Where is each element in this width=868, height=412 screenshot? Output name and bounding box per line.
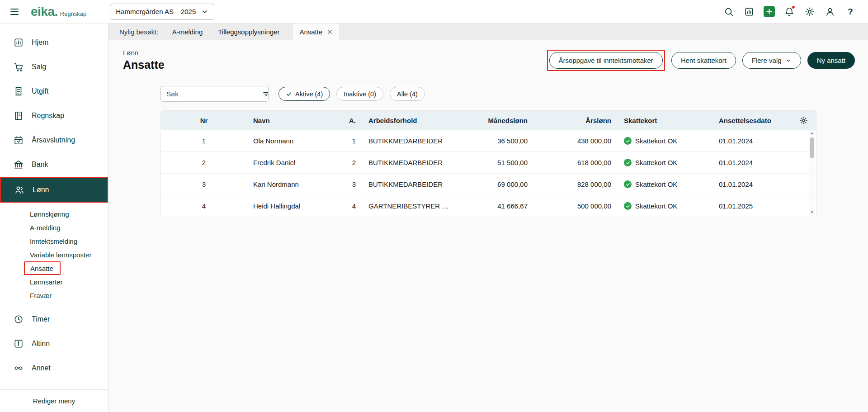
table-row[interactable]: 1 Ola Normann 1 BUTIKKMEDARBEIDER 36 500… — [161, 130, 816, 152]
body-row: Hjem Salg Utgift — [0, 24, 868, 412]
sidebar-item-timer[interactable]: Timer — [0, 308, 108, 331]
submenu-label: Variable lønnsposter — [30, 251, 91, 259]
hamburger-menu-icon[interactable] — [9, 6, 21, 18]
submenu-item-ansatte[interactable]: Ansatte — [24, 261, 61, 275]
hent-skattekort-button[interactable]: Hent skattekort — [671, 52, 736, 69]
table-settings-gear-icon[interactable] — [791, 116, 816, 125]
submenu-item-lonnsarter[interactable]: Lønnsarter — [0, 275, 108, 289]
column-header-nr[interactable]: Nr — [161, 117, 247, 124]
sidebar-item-salg[interactable]: Salg — [0, 55, 108, 79]
page-actions: Årsoppgave til inntektsmottaker Hent ska… — [547, 50, 855, 71]
dashboard-icon[interactable] — [743, 6, 755, 18]
cell-navn: Ola Normann — [247, 137, 342, 145]
arsoppgave-button[interactable]: Årsoppgave til inntektsmottaker — [549, 52, 663, 69]
company-year: 2025 — [181, 8, 196, 15]
topbar-left: eika. Regnskap Hammergården AS 2025 — [9, 4, 214, 20]
submenu-item-lonnskjoring[interactable]: Lønnskjøring — [0, 207, 108, 221]
pill-inaktive[interactable]: Inaktive (0) — [336, 87, 383, 101]
table-row[interactable]: 2 Fredrik Daniel 2 BUTIKKMEDARBEIDER 51 … — [161, 152, 816, 173]
notification-badge — [792, 5, 795, 9]
cell-arbeidsforhold: BUTIKKMEDARBEIDER — [362, 159, 457, 166]
status-filter-pills: Aktive (4) Inaktive (0) Alle (4) — [278, 87, 425, 101]
sidebar-item-bank[interactable]: Bank — [0, 153, 108, 176]
scroll-down-icon[interactable]: ▼ — [809, 209, 815, 216]
work-area: Aktive (4) Inaktive (0) Alle (4) Nr Navn — [160, 86, 816, 217]
company-name: Hammergården AS — [116, 8, 174, 15]
scroll-up-icon[interactable]: ▲ — [809, 130, 815, 137]
sidebar-item-altinn[interactable]: Altinn — [0, 332, 108, 355]
cell-ansettelsesdato: 01.01.2024 — [712, 137, 791, 145]
flere-valg-button[interactable]: Flere valg — [742, 52, 801, 69]
recent-label: Nylig besøkt: — [119, 28, 159, 36]
cell-manedslonn: 36 500,00 — [457, 137, 534, 145]
pill-label: Inaktive (0) — [344, 90, 376, 98]
submenu-item-fravaer[interactable]: Fravær — [0, 289, 108, 302]
settings-gear-icon[interactable] — [804, 6, 816, 18]
pill-alle[interactable]: Alle (4) — [390, 87, 425, 101]
bank-building-icon — [14, 160, 24, 170]
table-row[interactable]: 3 Kari Nordmann 3 BUTIKKMEDARBEIDER 69 0… — [161, 173, 816, 195]
column-header-manedslonn[interactable]: Månedslønn — [457, 117, 534, 124]
cell-skattekort: Skattekort OK — [618, 180, 712, 188]
page-title-block: Lønn Ansatte — [123, 49, 165, 71]
search-input[interactable] — [161, 86, 262, 101]
column-header-skattekort[interactable]: Skattekort — [618, 117, 712, 124]
brand-suffix: Regnskap — [60, 10, 87, 17]
sidebar-item-label: Hjem — [32, 38, 48, 47]
submenu-item-inntektsmelding[interactable]: Inntektsmelding — [0, 234, 108, 248]
page-header: Lønn Ansatte Årsoppgave til inntektsmott… — [108, 40, 868, 71]
tab-a-melding[interactable]: A-melding — [170, 28, 205, 36]
chevron-down-icon — [201, 8, 208, 15]
sidebar-item-label: Lønn — [33, 186, 49, 194]
edit-menu-link[interactable]: Rediger meny — [0, 389, 108, 412]
cell-a: 2 — [342, 159, 362, 166]
tab-close-icon[interactable]: ✕ — [327, 28, 333, 35]
lonn-submenu: Lønnskjøring A-melding Inntektsmelding V… — [0, 204, 108, 307]
cell-skattekort: Skattekort OK — [618, 137, 712, 145]
search-icon[interactable] — [723, 6, 735, 18]
topbar-right: ? — [723, 6, 856, 18]
company-selector[interactable]: Hammergården AS 2025 — [110, 4, 214, 20]
tab-tilleggsopplysninger[interactable]: Tilleggsopplysninger — [216, 28, 281, 36]
filter-icon[interactable] — [262, 86, 269, 101]
cell-arslonn: 828 000,00 — [534, 180, 618, 188]
column-header-arbeidsforhold[interactable]: Arbeidsforhold — [362, 117, 457, 124]
cell-ansettelsesdato: 01.01.2024 — [712, 180, 791, 188]
pill-aktive[interactable]: Aktive (4) — [278, 87, 330, 101]
submenu-item-variable-lonnsposter[interactable]: Variable lønnsposter — [0, 248, 108, 261]
sidebar-item-label: Timer — [32, 315, 50, 323]
table-row[interactable]: 4 Heidi Hallingdal 4 GARTNERIBESTYRER (F… — [161, 195, 816, 217]
sidebar-item-regnskap[interactable]: Regnskap — [0, 104, 108, 128]
cell-arbeidsforhold: BUTIKKMEDARBEIDER — [362, 180, 457, 188]
ledger-book-icon — [14, 111, 24, 121]
ny-ansatt-button[interactable]: Ny ansatt — [807, 52, 855, 69]
cell-navn: Fredrik Daniel — [247, 159, 342, 166]
cell-manedslonn: 41 666,67 — [457, 202, 534, 210]
sidebar-item-utgift[interactable]: Utgift — [0, 80, 108, 103]
scrollbar-thumb[interactable] — [810, 137, 814, 158]
submenu-label: A-melding — [30, 224, 61, 232]
sidebar-item-label: Regnskap — [32, 112, 64, 120]
cell-arslonn: 618 000,00 — [534, 159, 618, 166]
annotation-box-lonn: Lønn — [0, 177, 108, 203]
help-icon[interactable]: ? — [844, 6, 856, 18]
clock-icon — [14, 314, 24, 324]
cell-arbeidsforhold: GARTNERIBESTYRER (F... — [362, 202, 457, 210]
add-new-icon[interactable] — [764, 6, 775, 17]
column-header-arslonn[interactable]: Årslønn — [534, 117, 618, 124]
main-content: Nylig besøkt: A-melding Tilleggsopplysni… — [108, 24, 868, 412]
sidebar-item-hjem[interactable]: Hjem — [0, 31, 108, 54]
notifications-bell-icon[interactable] — [783, 6, 795, 18]
column-header-navn[interactable]: Navn — [247, 117, 342, 124]
pill-label: Aktive (4) — [295, 90, 323, 98]
column-header-ansettelsesdato[interactable]: Ansettelsesdato — [712, 117, 791, 124]
home-chart-icon — [14, 38, 24, 47]
sidebar-item-annet[interactable]: Annet — [0, 356, 108, 380]
user-profile-icon[interactable] — [824, 6, 836, 18]
sidebar-item-lonn[interactable]: Lønn — [1, 178, 107, 202]
tab-ansatte-active[interactable]: Ansatte ✕ — [293, 24, 339, 40]
table-header-row: Nr Navn A. Arbeidsforhold Månedslønn Års… — [161, 111, 816, 130]
submenu-item-a-melding[interactable]: A-melding — [0, 221, 108, 234]
column-header-a[interactable]: A. — [342, 117, 362, 124]
sidebar-item-arsavslutning[interactable]: Årsavslutning — [0, 128, 108, 152]
